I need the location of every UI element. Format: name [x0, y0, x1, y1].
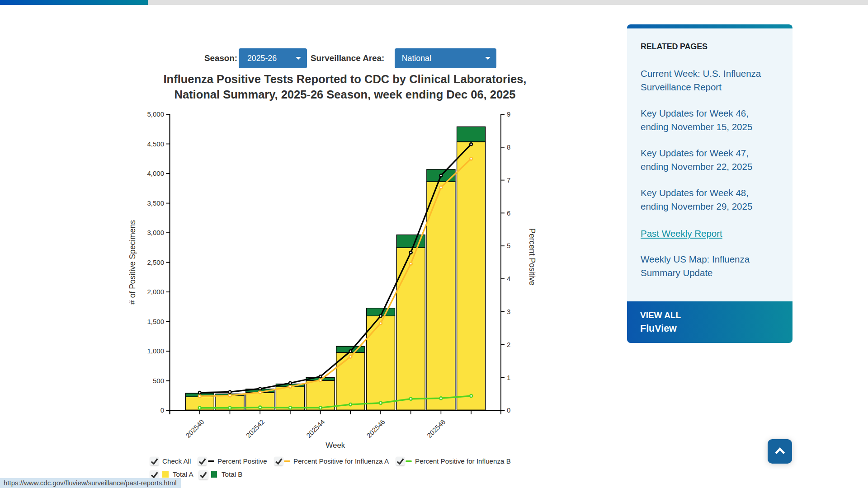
svg-text:3,500: 3,500	[147, 199, 164, 207]
svg-text:2,000: 2,000	[147, 288, 164, 296]
svg-text:5,000: 5,000	[147, 110, 164, 118]
svg-text:9: 9	[507, 110, 510, 118]
svg-text:7: 7	[507, 176, 510, 184]
svg-text:6: 6	[507, 209, 510, 217]
svg-text:4,500: 4,500	[147, 140, 164, 148]
svg-text:4: 4	[507, 275, 510, 282]
svg-text:2: 2	[507, 341, 510, 348]
svg-text:1,500: 1,500	[147, 318, 164, 325]
svg-text:0: 0	[507, 406, 510, 414]
svg-text:202548: 202548	[425, 418, 447, 439]
svg-text:5: 5	[507, 242, 510, 249]
svg-text:202540: 202540	[184, 418, 205, 439]
svg-text:202544: 202544	[305, 418, 326, 439]
svg-text:0: 0	[160, 406, 164, 414]
svg-text:2,500: 2,500	[147, 258, 164, 266]
svg-text:# of Positive Specimens: # of Positive Specimens	[128, 220, 137, 305]
svg-text:Percent Positive: Percent Positive	[528, 228, 537, 285]
svg-text:8: 8	[507, 143, 510, 151]
svg-text:4,000: 4,000	[147, 169, 164, 177]
svg-text:3,000: 3,000	[147, 229, 164, 236]
svg-text:1,000: 1,000	[147, 347, 164, 355]
svg-text:3: 3	[507, 308, 510, 315]
svg-text:500: 500	[153, 377, 164, 385]
svg-text:202542: 202542	[245, 418, 266, 439]
svg-text:1: 1	[507, 374, 510, 381]
svg-text:Week: Week	[326, 441, 345, 450]
svg-text:202546: 202546	[365, 418, 386, 439]
